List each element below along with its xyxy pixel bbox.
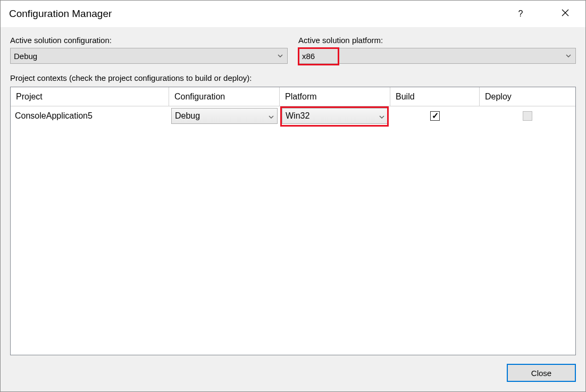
table-header: Project Configuration Platform Build Dep… <box>11 87 575 106</box>
column-header-configuration[interactable]: Configuration <box>169 87 280 106</box>
row-platform-dropdown[interactable]: Win32 <box>282 108 388 124</box>
column-header-deploy[interactable]: Deploy <box>480 87 575 106</box>
chevron-down-icon <box>269 111 274 121</box>
build-checkbox[interactable]: ✓ <box>430 111 440 121</box>
chevron-down-icon <box>379 111 384 121</box>
row-platform-value: Win32 <box>286 111 309 121</box>
deploy-checkbox <box>523 111 532 121</box>
column-header-build[interactable]: Build <box>390 87 480 106</box>
project-contexts-label: Project contexts (check the project conf… <box>10 73 576 82</box>
row-configuration-value: Debug <box>175 111 200 121</box>
active-platform-dropdown[interactable]: x86 <box>298 48 576 64</box>
column-header-platform[interactable]: Platform <box>280 87 390 106</box>
row-configuration-dropdown[interactable]: Debug <box>171 108 278 124</box>
active-platform-value: x86 <box>302 52 315 61</box>
active-config-dropdown[interactable]: Debug <box>10 48 288 64</box>
column-header-project[interactable]: Project <box>11 87 169 106</box>
close-icon[interactable] <box>554 9 577 19</box>
active-config-label: Active solution configuration: <box>10 36 288 45</box>
project-contexts-table: Project Configuration Platform Build Dep… <box>10 87 576 355</box>
close-button[interactable]: Close <box>507 364 576 382</box>
window-title: Configuration Manager <box>9 8 112 20</box>
table-row: ConsoleApplication5 Debug Win32 <box>11 106 575 126</box>
help-icon[interactable]: ? <box>509 9 532 19</box>
active-platform-label: Active solution platform: <box>298 36 576 45</box>
chevron-down-icon <box>278 53 283 59</box>
chevron-down-icon <box>566 53 571 59</box>
active-config-value: Debug <box>14 52 37 61</box>
project-name-cell: ConsoleApplication5 <box>11 106 169 126</box>
